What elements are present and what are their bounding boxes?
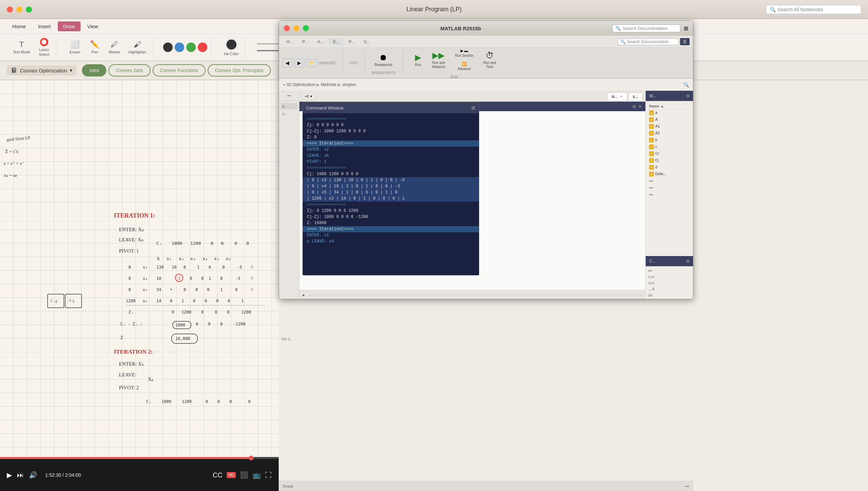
sidebar-divider bbox=[280, 101, 298, 101]
play-button[interactable]: ▶ bbox=[7, 471, 12, 479]
matlab-tab-e[interactable]: E... bbox=[329, 38, 343, 46]
workspace-header: Name ▲ bbox=[648, 103, 691, 109]
matlab-tab-p2[interactable]: P... bbox=[345, 38, 358, 46]
tab-convex-sets[interactable]: Convex Sets bbox=[108, 64, 150, 77]
editor-nav-button[interactable]: ▾ bbox=[310, 94, 312, 99]
ws-row-c[interactable]: c c bbox=[648, 143, 691, 150]
workspace-second-label: C... bbox=[649, 259, 656, 264]
editor-scrollbar[interactable] bbox=[308, 294, 643, 296]
color-palette-group bbox=[160, 37, 211, 57]
breakpoints-button[interactable]: ⏺ Breakpoints bbox=[372, 51, 395, 68]
workspace-expand-button[interactable]: ⊞ bbox=[686, 94, 690, 98]
cw-enter2-line: ENTER: x1 bbox=[307, 232, 475, 238]
run-advance-label: Run andAdvance bbox=[432, 61, 445, 69]
folder-button[interactable]: 📁 bbox=[306, 59, 317, 67]
airplay-button[interactable]: 📺 bbox=[253, 471, 261, 479]
ws-row-b[interactable]: b b bbox=[648, 137, 691, 143]
ws2-end-2: end bbox=[647, 280, 692, 286]
editor-tab-simplex[interactable]: si... ✕ bbox=[607, 92, 627, 100]
matlab-tab-v[interactable]: V... bbox=[360, 38, 374, 46]
path-search-button[interactable]: 🔍 bbox=[683, 82, 689, 87]
ink-color-group: Ink Color bbox=[218, 37, 245, 57]
color-red[interactable] bbox=[198, 43, 207, 52]
lasso-select-button[interactable]: ⭕ LassoSelect bbox=[36, 36, 53, 58]
tab-intro[interactable]: Intro bbox=[82, 64, 106, 77]
workspace-second-content: ••• end end ... A clc bbox=[646, 266, 693, 299]
editor-settings-button[interactable]: ⚙ bbox=[632, 104, 636, 109]
back-button[interactable]: ◀ bbox=[282, 58, 292, 67]
matlab-expand-button[interactable]: ⊞ bbox=[684, 25, 688, 32]
hd-button[interactable]: HD bbox=[227, 472, 236, 478]
color-green[interactable] bbox=[186, 43, 196, 52]
volume-button[interactable]: 🔊 bbox=[29, 471, 37, 479]
ws-name-a: a bbox=[655, 111, 657, 115]
notebook-selector[interactable]: 📓 Convex Optimization ▾ bbox=[7, 65, 76, 75]
matlab-tab-a[interactable]: A... bbox=[313, 38, 328, 46]
menu-insert[interactable]: Insert bbox=[33, 21, 56, 31]
menu-draw[interactable]: Draw bbox=[58, 21, 81, 31]
path-part-1[interactable]: 02.Optimization bbox=[287, 82, 315, 87]
ws-row-A[interactable]: A A bbox=[648, 116, 691, 123]
color-black[interactable] bbox=[163, 43, 173, 52]
highlighter-button[interactable]: 🖌 Highlighter bbox=[126, 38, 149, 56]
matlab-search-input[interactable]: 🔍 Search Documentation bbox=[612, 24, 680, 32]
matlab-minimize-button[interactable] bbox=[293, 25, 299, 31]
text-mode-button[interactable]: T Text Mode bbox=[10, 38, 33, 56]
ws-row-a[interactable]: a a bbox=[648, 109, 691, 116]
eraser-button[interactable]: ⬜ Eraser bbox=[67, 38, 84, 56]
path-part-2[interactable]: Methods bbox=[321, 82, 336, 87]
ink-color-button[interactable]: Ink Color bbox=[221, 37, 242, 58]
ws-row-Defa[interactable]: D Defa... bbox=[648, 171, 691, 177]
run-section-button[interactable]: ▶ ▬ Run Section bbox=[451, 47, 478, 59]
tab-convex-opt-principles[interactable]: Convex Opt. Principles bbox=[208, 64, 271, 77]
matlab-search-documentation[interactable]: 🔍 Search Documentation bbox=[618, 38, 679, 45]
run-group-label: RUN bbox=[451, 75, 458, 79]
cw-zj2-line: Zj: 0 1200 0 0 0 1200 bbox=[307, 208, 475, 214]
menu-view[interactable]: View bbox=[82, 21, 104, 31]
subtitles-button[interactable]: CC bbox=[213, 471, 223, 479]
ws-row-d[interactable]: d d bbox=[648, 164, 691, 171]
maximize-button[interactable] bbox=[26, 6, 32, 13]
file-tab-s1[interactable]: s... bbox=[280, 103, 298, 109]
ws2-dots-1: ••• bbox=[647, 268, 692, 274]
minimize-button[interactable] bbox=[16, 6, 22, 13]
ws-row-Ci[interactable]: C Ci bbox=[648, 150, 691, 157]
edit-label: EDIT bbox=[350, 61, 358, 65]
advance-button[interactable]: ⏩ Advance bbox=[451, 61, 478, 72]
forward-button[interactable]: ▶ bbox=[294, 58, 304, 67]
file-tab-s2[interactable]: s... bbox=[280, 111, 298, 117]
editor-close-button[interactable]: ✕ bbox=[638, 104, 642, 109]
command-window-expand[interactable]: ⊞ bbox=[471, 105, 475, 111]
menu-home[interactable]: Home bbox=[7, 21, 31, 31]
fullscreen-button[interactable]: ⛶ bbox=[265, 471, 272, 479]
run-button[interactable]: ▶ Run bbox=[410, 51, 427, 68]
workspace-second-expand[interactable]: ⊞ bbox=[686, 259, 690, 264]
pip-button[interactable]: ⬛ bbox=[240, 471, 248, 479]
run-advance-button[interactable]: ▶▶ Run andAdvance bbox=[429, 49, 448, 70]
path-part-3[interactable]: simplex bbox=[342, 82, 356, 87]
run-time-button[interactable]: ⏱ Run andTime bbox=[481, 49, 499, 70]
sidebar-dots-1[interactable]: ••• bbox=[280, 93, 298, 99]
matlab-maximize-button[interactable] bbox=[303, 25, 309, 31]
matlab-status-bar: Ready ••• bbox=[279, 481, 693, 491]
pen-button[interactable]: ✏️ Pen bbox=[86, 38, 103, 56]
video-progress-bar[interactable] bbox=[0, 457, 279, 459]
ws-row-A1[interactable]: A A1 bbox=[648, 123, 691, 130]
matlab-tab-p[interactable]: P... bbox=[298, 38, 312, 46]
ws-row-Cj[interactable]: C Cj bbox=[648, 157, 691, 164]
matlab-menu-button[interactable]: ☰ bbox=[680, 38, 690, 45]
search-notebooks-input[interactable]: 🔍 Search All Notebooks bbox=[766, 5, 861, 14]
ws-name-d: d bbox=[655, 165, 657, 170]
skip-button[interactable]: ⏭ bbox=[17, 471, 24, 479]
tab-convex-functions[interactable]: Convex Functions bbox=[153, 64, 206, 77]
editor-add-button[interactable]: + bbox=[302, 292, 305, 298]
matlab-close-button[interactable] bbox=[284, 25, 290, 31]
close-button[interactable] bbox=[7, 6, 13, 13]
color-blue[interactable] bbox=[175, 43, 184, 52]
ws-row-A2[interactable]: A A2 bbox=[648, 130, 691, 137]
matlab-tab-h[interactable]: H... bbox=[282, 38, 297, 46]
video-bar: ▶ ⏭ 🔊 1:52:30 / 2:04:00 CC HD ⬛ 📺 ⛶ bbox=[0, 457, 279, 491]
marker-button[interactable]: 🖊 Marker bbox=[106, 38, 123, 56]
editor-tab-close-1[interactable]: ✕ bbox=[620, 95, 623, 98]
editor-tab-s2[interactable]: s... bbox=[628, 92, 643, 100]
